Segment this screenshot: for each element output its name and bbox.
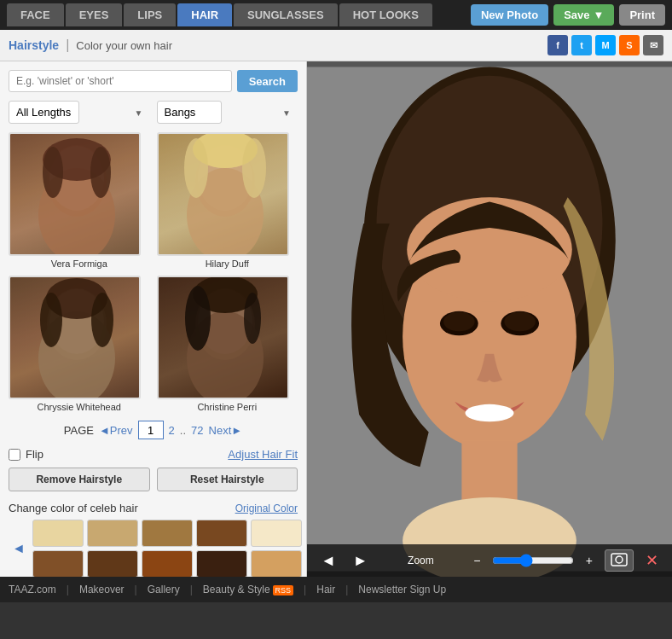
main-tabs: FACE EYES LIPS HAIR SUNGLASSES HOT LOOKS <box>7 3 432 26</box>
footer-beauty-link[interactable]: Beauty & StyleRSS <box>203 584 293 595</box>
svg-point-21 <box>91 293 113 347</box>
footer-brand-link[interactable]: TAAZ.com <box>9 584 56 595</box>
tab-eyes[interactable]: EYES <box>66 3 123 26</box>
email-icon[interactable]: ✉ <box>643 35 663 55</box>
flip-row: Flip Adjust Hair Fit <box>9 448 298 461</box>
prev-page-link[interactable]: ◄Prev <box>99 424 133 437</box>
color-swatch-3[interactable] <box>196 520 247 547</box>
new-photo-button[interactable]: New Photo <box>471 4 548 26</box>
hairstyle-tab-label[interactable]: Hairstyle <box>9 38 59 52</box>
page-2-link[interactable]: 2 <box>169 424 175 437</box>
hairstyle-name-3: Christine Perri <box>157 402 298 412</box>
color-prev-arrow[interactable]: ◄ <box>9 537 29 560</box>
tab-hair[interactable]: HAIR <box>177 3 232 26</box>
hairstyle-image-0 <box>9 132 141 256</box>
next-page-link[interactable]: Next► <box>209 424 243 437</box>
top-action-buttons: New Photo Save ▼ Print <box>471 4 665 26</box>
footer-gallery-link[interactable]: Gallery <box>148 584 180 595</box>
reset-hairstyle-button[interactable]: Reset Hairstyle <box>157 468 298 491</box>
hairstyle-item-0[interactable]: Vera Formiga <box>9 132 150 269</box>
top-navigation: FACE EYES LIPS HAIR SUNGLASSES HOT LOOKS… <box>0 0 672 30</box>
page-number-input[interactable] <box>138 421 164 439</box>
remove-hairstyle-button[interactable]: Remove Hairstyle <box>9 468 150 491</box>
hairstyle-image-3 <box>157 276 289 399</box>
color-swatch-2[interactable] <box>142 520 193 547</box>
color-swatch-7[interactable] <box>142 550 193 577</box>
svg-point-27 <box>185 286 211 351</box>
action-buttons-row: Remove Hairstyle Reset Hairstyle <box>9 468 298 491</box>
color-swatch-1[interactable] <box>87 520 138 547</box>
original-color-link[interactable]: Original Color <box>235 502 298 514</box>
footer-sep-4: | <box>345 584 348 595</box>
footer-sep-2: | <box>190 584 193 595</box>
hairstyle-item-2[interactable]: Chryssie Whitehead <box>9 276 150 412</box>
hairstyle-item-3[interactable]: Christine Perri <box>157 276 298 412</box>
svg-rect-41 <box>611 554 627 566</box>
main-layout: Search All Lengths Short Medium Long Ban… <box>0 61 672 577</box>
pagination-label: PAGE <box>64 424 94 437</box>
color-section-title: Change color of celeb hair <box>9 502 138 514</box>
photo-svg <box>307 61 672 577</box>
sub-navigation: Hairstyle | Color your own hair f t M S … <box>0 30 672 61</box>
hairstyle-grid: Vera Formiga Hilary Duff <box>9 132 298 412</box>
facebook-icon[interactable]: f <box>547 35 568 55</box>
tab-face[interactable]: FACE <box>7 3 64 26</box>
search-input[interactable] <box>9 70 232 92</box>
footer-hair-link[interactable]: Hair <box>316 584 335 595</box>
stumbleupon-icon[interactable]: S <box>619 35 640 55</box>
save-button[interactable]: Save ▼ <box>553 4 614 26</box>
print-button[interactable]: Print <box>619 4 665 26</box>
color-swatch-row-1 <box>32 520 302 547</box>
flip-label: Flip <box>26 448 43 461</box>
pan-left-button[interactable]: ◄ <box>316 550 341 572</box>
adjust-hair-fit-link[interactable]: Adjust Hair Fit <box>228 448 298 461</box>
color-grid <box>32 520 302 577</box>
search-row: Search <box>9 70 298 92</box>
hairstyle-image-1 <box>157 132 289 256</box>
color-section-header: Change color of celeb hair Original Colo… <box>9 502 298 514</box>
sub-nav-left: Hairstyle | Color your own hair <box>9 38 172 53</box>
zoom-out-button[interactable]: − <box>468 552 485 569</box>
footer: TAAZ.com | Makeover | Gallery | Beauty &… <box>0 577 672 602</box>
twitter-icon[interactable]: t <box>571 35 592 55</box>
color-swatch-4[interactable] <box>251 520 302 547</box>
color-swatch-9[interactable] <box>251 550 302 577</box>
right-panel: ◄ ► Zoom − + ✕ <box>307 61 672 577</box>
color-section: Change color of celeb hair Original Colo… <box>9 502 298 577</box>
tab-hot-looks[interactable]: HOT LOOKS <box>339 3 432 26</box>
face-detect-button[interactable] <box>605 549 634 572</box>
face-detect-icon <box>611 553 628 566</box>
photo-controls: ◄ ► Zoom − + ✕ <box>307 544 672 577</box>
tab-lips[interactable]: LIPS <box>124 3 176 26</box>
color-swatch-5[interactable] <box>32 550 84 577</box>
footer-makeover-link[interactable]: Makeover <box>79 584 125 595</box>
svg-point-37 <box>504 312 536 331</box>
zoom-in-button[interactable]: + <box>581 552 598 569</box>
color-own-hair-link[interactable]: Color your own hair <box>76 39 172 52</box>
hairstyle-item-1[interactable]: Hilary Duff <box>157 132 298 269</box>
footer-sep-1: | <box>135 584 137 595</box>
myspace-icon[interactable]: M <box>595 35 616 55</box>
length-filter[interactable]: All Lengths Short Medium Long <box>9 101 79 124</box>
search-button[interactable]: Search <box>237 70 298 92</box>
zoom-slider[interactable] <box>492 554 573 567</box>
color-swatch-8[interactable] <box>196 550 247 577</box>
left-panel: Search All Lengths Short Medium Long Ban… <box>0 61 307 577</box>
page-dots: .. <box>180 424 186 437</box>
close-photo-button[interactable]: ✕ <box>640 549 663 572</box>
color-swatch-row-2 <box>32 550 302 577</box>
tab-sunglasses[interactable]: SUNGLASSES <box>234 3 338 26</box>
last-page-link[interactable]: 72 <box>191 424 203 437</box>
flip-checkbox[interactable] <box>9 449 20 461</box>
pan-right-button[interactable]: ► <box>348 550 374 572</box>
footer-newsletter-link[interactable]: Newsletter Sign Up <box>358 584 446 595</box>
hairstyle-name-1: Hilary Duff <box>157 259 298 269</box>
rss-icon: RSS <box>273 585 294 595</box>
social-share-icons: f t M S ✉ <box>547 35 663 55</box>
style-filter[interactable]: Bangs No Bangs All Styles <box>157 101 222 124</box>
footer-sep-0: | <box>67 584 69 595</box>
color-swatch-6[interactable] <box>87 550 138 577</box>
color-swatch-0[interactable] <box>32 520 84 547</box>
svg-point-6 <box>90 147 111 198</box>
style-filter-wrapper: Bangs No Bangs All Styles <box>157 101 298 124</box>
